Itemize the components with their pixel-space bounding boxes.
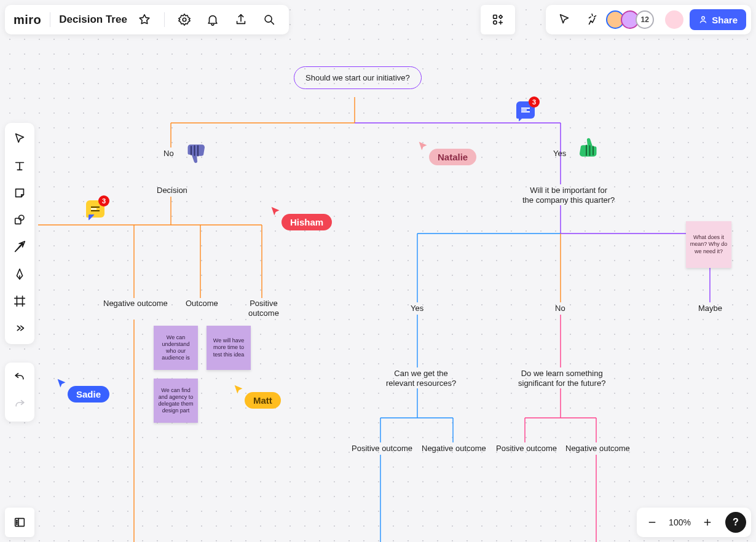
node-no1-neg[interactable]: Negative outcome bbox=[422, 444, 486, 453]
node-resources[interactable]: Can we get the relevant resources? bbox=[386, 369, 456, 389]
node-root[interactable]: Should we start our initiative? bbox=[294, 66, 422, 89]
comment-thread-2[interactable]: 3 bbox=[86, 200, 104, 218]
text: relevant resources? bbox=[386, 379, 456, 388]
text: significant for the future? bbox=[518, 379, 605, 388]
node-decision[interactable]: Decision bbox=[157, 186, 187, 195]
text: Positive bbox=[250, 299, 278, 308]
comment-count-badge: 3 bbox=[98, 195, 109, 206]
node-positive-outcome[interactable]: Positive outcome bbox=[248, 299, 279, 318]
thumbs-up-icon bbox=[573, 134, 600, 161]
text: Will it be important for bbox=[530, 186, 607, 195]
cursor-label: Sadie bbox=[68, 386, 109, 403]
node-po1[interactable]: Positive outcome bbox=[352, 444, 412, 453]
canvas[interactable]: Should we start our initiative? No Yes D… bbox=[0, 0, 756, 542]
sticky-note-2[interactable]: We will have more time to test this idea bbox=[207, 326, 251, 370]
node-learn[interactable]: Do we learn something significant for th… bbox=[518, 369, 605, 389]
cursor-label: Matt bbox=[245, 392, 281, 409]
node-no2-neg[interactable]: Negative outcome bbox=[565, 444, 630, 453]
cursor-natalie: Natalie bbox=[417, 140, 476, 165]
cursor-label: Hisham bbox=[282, 214, 332, 230]
node-no[interactable]: No bbox=[163, 149, 174, 158]
comment-thread-1[interactable]: 3 bbox=[516, 101, 535, 119]
text: Do we learn something bbox=[521, 369, 603, 378]
cursor-label: Natalie bbox=[429, 149, 476, 165]
node-outcome[interactable]: Outcome bbox=[186, 299, 218, 308]
sticky-note-1[interactable]: We can understand who our audience is bbox=[154, 326, 198, 370]
node-yes[interactable]: Yes bbox=[553, 149, 566, 158]
text: the company this quarter? bbox=[522, 195, 615, 205]
node-important[interactable]: Will it be important for the company thi… bbox=[522, 186, 615, 206]
node-po2[interactable]: Positive outcome bbox=[496, 444, 557, 453]
cursor-hisham: Hisham bbox=[269, 205, 332, 230]
node-maybe[interactable]: Maybe bbox=[698, 304, 722, 313]
thumbs-down-icon bbox=[184, 140, 211, 167]
cursor-sadie: Sadie bbox=[55, 377, 109, 403]
text: Can we get the bbox=[394, 369, 447, 378]
sticky-note-3[interactable]: We can find and agency to delegate them … bbox=[154, 379, 198, 423]
node-yes-2[interactable]: Yes bbox=[411, 304, 423, 313]
comment-count-badge: 3 bbox=[529, 96, 540, 108]
text: outcome bbox=[248, 308, 279, 318]
cursor-matt: Matt bbox=[232, 383, 281, 409]
sticky-note-4[interactable]: What does it mean? Why do we need it? bbox=[686, 221, 731, 268]
node-no-2[interactable]: No bbox=[555, 304, 565, 313]
node-negative-outcome[interactable]: Negative outcome bbox=[103, 299, 168, 308]
